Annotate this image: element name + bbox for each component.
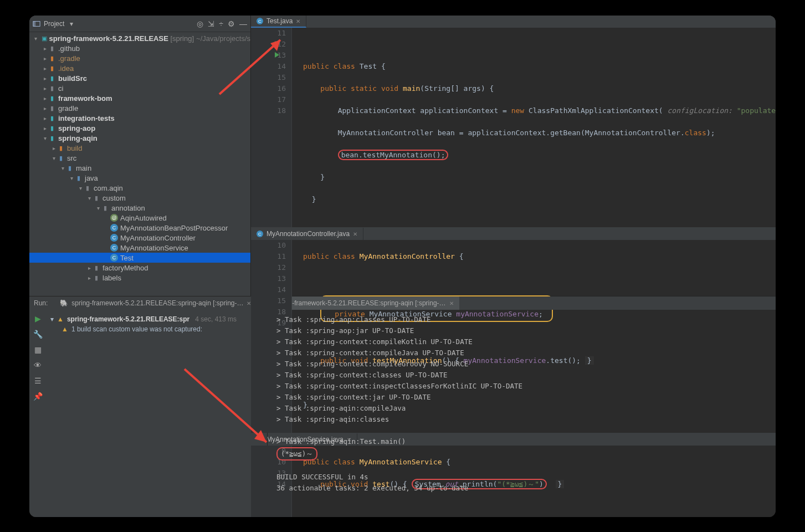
tree-item-label: ci xyxy=(58,84,63,93)
tree-item[interactable]: @AqinAutowired xyxy=(29,213,250,223)
folder-icon: ▮ xyxy=(59,145,63,152)
tree-item-label: com.aqin xyxy=(94,184,123,192)
gear-icon[interactable]: ⚙ xyxy=(228,20,235,28)
tree-item[interactable]: ▸▮.gradle xyxy=(29,53,250,63)
chevron-down-icon[interactable]: ▾ xyxy=(70,20,73,28)
tree-item-label: spring-aqin xyxy=(58,134,98,142)
tree-item-label: annotation xyxy=(111,204,145,212)
tree-item[interactable]: CMyAnnotationBeanPostProcessor xyxy=(29,223,250,233)
tree-item[interactable]: ▸▮spring-aop xyxy=(29,123,250,133)
run-config-tab[interactable]: 🐘 spring-framework-5.2.21.RELEASE:spring… xyxy=(54,296,257,310)
tree-root[interactable]: ▾ ▣ spring-framework-5.2.21.RELEASE [spr… xyxy=(29,33,250,43)
tree-item[interactable]: CTest xyxy=(29,253,250,263)
tree-item-label: integration-tests xyxy=(58,114,115,122)
layout-icon[interactable]: ▦ xyxy=(34,345,42,354)
tree-item-label: factoryMethod xyxy=(102,264,148,272)
eye-icon[interactable]: 👁 xyxy=(34,361,42,370)
project-panel-header: Project ▾ ◎ ⇲ ÷ ⚙ — xyxy=(29,16,250,32)
folder-icon: ▮ xyxy=(50,65,54,72)
code-text[interactable]: public class Test { public static void m… xyxy=(292,28,776,227)
divide-icon[interactable]: ÷ xyxy=(219,20,223,28)
tree-item[interactable]: ▸▮integration-tests xyxy=(29,113,250,123)
run-panel: Run: 🐘 spring-framework-5.2.21.RELEASE:s… xyxy=(29,296,776,517)
class-icon: C xyxy=(110,244,118,252)
tree-item-label: buildSrc xyxy=(58,74,87,83)
tree-item-label: .github xyxy=(58,44,80,53)
folder-icon: ▮ xyxy=(50,55,54,62)
editor-test: C Test.java ✕ 11 12 13 14 15 16 17 18 xyxy=(251,16,776,228)
close-icon[interactable]: ✕ xyxy=(353,231,357,237)
class-icon: C xyxy=(110,234,118,242)
tab-controller[interactable]: C MyAnnotationController.java ✕ xyxy=(251,228,363,240)
tree-item[interactable]: ▾▮src xyxy=(29,153,250,163)
tree-item-label: main xyxy=(76,164,91,172)
class-icon: C xyxy=(257,231,263,237)
close-icon[interactable]: ✕ xyxy=(296,18,300,24)
run-icon[interactable]: ▶ xyxy=(35,314,41,323)
tree-item[interactable]: ▸▮factoryMethod xyxy=(29,263,250,273)
tab-test-java[interactable]: C Test.java ✕ xyxy=(251,16,306,28)
tree-item[interactable]: CMyAnnotationService xyxy=(29,243,250,253)
annotation-highlight: bean.testMyAnnotation(); xyxy=(338,150,449,160)
tree-item[interactable]: ▾▮annotation xyxy=(29,203,250,213)
folder-icon: ▮ xyxy=(50,45,54,52)
tree-item-label: framework-bom xyxy=(58,94,112,103)
tree-item-label: java xyxy=(85,174,98,182)
folder-icon: ▮ xyxy=(68,165,71,172)
tree-item-label: gradle xyxy=(58,104,78,112)
run-output[interactable]: > Task :spring-aop:classes UP-TO-DATE> T… xyxy=(268,310,776,517)
class-icon: C xyxy=(110,254,118,262)
tree-item-label: labels xyxy=(102,274,121,282)
gradle-icon: 🐘 xyxy=(60,299,68,307)
tree-item[interactable]: ▾▮main xyxy=(29,163,250,173)
select-opened-file-icon[interactable]: ◎ xyxy=(197,20,203,28)
annotation-highlight: (*≧ω≦)～ xyxy=(276,447,317,461)
tree-item[interactable]: ▸▮ci xyxy=(29,83,250,93)
tree-item-label: spring-aop xyxy=(58,124,95,132)
tree-item[interactable]: ▸▮buildSrc xyxy=(29,73,250,83)
run-header: Run: 🐘 spring-framework-5.2.21.RELEASE:s… xyxy=(29,296,776,310)
folder-icon: ▮ xyxy=(95,264,98,272)
folder-icon: ▮ xyxy=(59,155,63,162)
class-icon: C xyxy=(110,224,118,232)
folder-icon: ▮ xyxy=(86,185,89,192)
expand-all-icon[interactable]: ⇲ xyxy=(208,20,214,28)
folder-icon: ▮ xyxy=(50,135,54,142)
folder-icon: ▮ xyxy=(50,75,54,82)
tree-item[interactable]: ▾▮com.aqin xyxy=(29,183,250,193)
project-panel-title: Project xyxy=(44,20,64,28)
warning-icon: ▲ xyxy=(57,315,64,323)
run-gutter-icon[interactable] xyxy=(275,41,279,47)
tree-item-label: .idea xyxy=(58,64,74,73)
tree-item[interactable]: ▸▮labels xyxy=(29,273,250,283)
tree-item[interactable]: ▾▮spring-aqin xyxy=(29,133,250,143)
folder-icon: ▮ xyxy=(95,274,98,282)
run-side-toolbar: ▶ 🔧 ▦ 👁 ☰ 📌 xyxy=(29,310,46,517)
project-view-icon xyxy=(33,20,40,28)
tree-item[interactable]: ▸▮.idea xyxy=(29,63,250,73)
close-icon[interactable]: ✕ xyxy=(449,300,454,306)
tree-item[interactable]: ▸▮gradle xyxy=(29,103,250,113)
tree-item-label: custom xyxy=(102,194,126,202)
tree-item[interactable]: ▾▮custom xyxy=(29,193,250,203)
tree-item[interactable]: ▾▮java xyxy=(29,173,250,183)
tree-item-label: src xyxy=(67,154,76,162)
run-gutter-icon[interactable] xyxy=(275,52,279,58)
hide-icon[interactable]: — xyxy=(239,20,247,28)
tree-item[interactable]: ▸▮framework-bom xyxy=(29,93,250,103)
class-icon: @ xyxy=(110,214,118,222)
todo-icon[interactable]: ☰ xyxy=(34,376,42,385)
project-tree[interactable]: ▾ ▣ spring-framework-5.2.21.RELEASE [spr… xyxy=(29,32,250,296)
tree-item[interactable]: ▸▮.github xyxy=(29,43,250,53)
folder-icon: ▮ xyxy=(77,175,80,182)
pin-icon[interactable]: 📌 xyxy=(33,392,43,401)
tree-item[interactable]: CMyAnnotationController xyxy=(29,233,250,243)
tree-item[interactable]: ▸▮build xyxy=(29,143,250,153)
wrench-icon[interactable]: 🔧 xyxy=(33,330,43,339)
class-icon: C xyxy=(257,18,263,24)
tree-item-label: MyAnnotationBeanPostProcessor xyxy=(120,224,228,232)
tree-item-label: Test xyxy=(120,254,134,262)
tree-item-label: MyAnnotationService xyxy=(120,244,188,252)
run-tasks-tree[interactable]: ▾ ▲ spring-framework-5.2.21.RELEASE:spr … xyxy=(46,310,268,517)
warning-icon: ▲ xyxy=(61,325,68,333)
